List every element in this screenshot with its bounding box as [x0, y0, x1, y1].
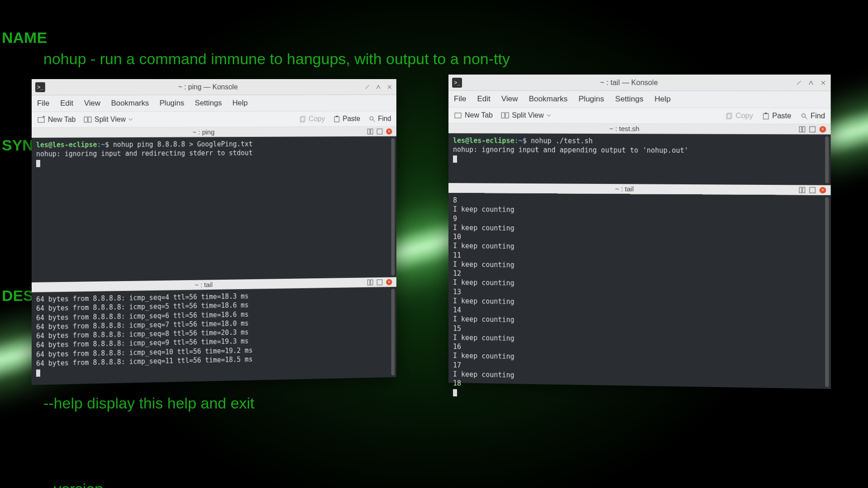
new-tab-button[interactable]: New Tab: [454, 111, 493, 119]
man-name-heading: NAME: [2, 29, 47, 46]
split-view-button[interactable]: Split View: [501, 111, 551, 119]
pane-header-testsh: ~ : test.sh ×: [448, 123, 831, 135]
window-title: ~ : tail — Konsole: [466, 79, 795, 87]
menu-file[interactable]: File: [454, 94, 466, 103]
svg-rect-25: [799, 187, 802, 192]
minimize-button[interactable]: [364, 83, 371, 90]
svg-rect-16: [505, 113, 509, 118]
new-tab-label: New Tab: [48, 116, 76, 124]
man-name-text: nohup - run a command immune to hangups,…: [2, 48, 866, 70]
layout-icon[interactable]: [367, 279, 373, 286]
terminal-pane-tail[interactable]: 64 bytes from 8.8.8.8: icmp_seq=4 ttl=56…: [32, 287, 396, 385]
svg-point-21: [802, 113, 805, 117]
menu-plugins[interactable]: Plugins: [160, 99, 184, 108]
split-view-icon: [84, 116, 92, 124]
cursor: [453, 155, 457, 163]
toolbar: New Tab Split View Copy Paste Find: [448, 108, 831, 124]
find-label: Find: [811, 112, 825, 120]
expand-icon[interactable]: [809, 126, 816, 132]
find-button[interactable]: Find: [801, 112, 825, 120]
menubar: File Edit View Bookmarks Plugins Setting…: [448, 91, 831, 108]
cursor: [453, 389, 457, 396]
expand-icon[interactable]: [377, 128, 382, 135]
new-tab-label: New Tab: [465, 111, 493, 119]
menu-plugins[interactable]: Plugins: [579, 94, 604, 103]
find-label: Find: [378, 115, 392, 123]
close-button[interactable]: [820, 79, 827, 86]
pane-label: ~ : tail: [453, 184, 799, 194]
command-text: nohup ping 8.8.8.8 > GooglePing.txt: [113, 140, 253, 149]
konsole-window-left[interactable]: >_ ~ : ping — Konsole File Edit View Boo…: [32, 79, 396, 385]
menu-bookmarks[interactable]: Bookmarks: [111, 99, 149, 108]
scrollbar[interactable]: [825, 197, 829, 387]
scrollbar[interactable]: [825, 136, 829, 183]
copy-label: Copy: [309, 115, 325, 123]
menu-settings[interactable]: Settings: [615, 94, 644, 103]
layout-icon[interactable]: [799, 126, 806, 132]
copy-button[interactable]: Copy: [726, 112, 753, 120]
prompt-user: les@les-eclipse: [453, 136, 514, 145]
menu-view[interactable]: View: [84, 99, 100, 108]
konsole-window-right[interactable]: >_ ~ : tail — Konsole File Edit View Boo…: [448, 75, 831, 389]
menu-edit[interactable]: Edit: [60, 99, 73, 108]
titlebar[interactable]: >_ ~ : tail — Konsole: [448, 75, 831, 91]
prompt-path: ~: [101, 141, 105, 149]
paste-label: Paste: [343, 115, 360, 123]
menu-settings[interactable]: Settings: [195, 99, 222, 108]
svg-rect-15: [501, 113, 505, 118]
svg-rect-5: [335, 117, 340, 122]
svg-point-7: [370, 116, 373, 120]
find-button[interactable]: Find: [369, 115, 391, 123]
prompt-path: ~: [519, 137, 523, 145]
svg-rect-8: [368, 129, 370, 134]
terminal-pane-testsh[interactable]: les@les-eclipse:~$ nohup ./test.sh nohup…: [448, 133, 831, 185]
copy-icon: [726, 113, 733, 119]
expand-icon[interactable]: [809, 187, 816, 193]
search-icon: [801, 113, 808, 119]
close-pane-button[interactable]: ×: [386, 279, 392, 285]
split-view-button[interactable]: Split View: [84, 115, 133, 123]
new-tab-icon: [37, 116, 45, 124]
svg-rect-12: [371, 280, 373, 285]
menu-help[interactable]: Help: [232, 99, 248, 108]
svg-rect-2: [88, 117, 91, 122]
copy-button[interactable]: Copy: [300, 115, 325, 123]
close-pane-button[interactable]: ×: [820, 126, 826, 132]
maximize-button[interactable]: [807, 79, 815, 86]
close-button[interactable]: [386, 83, 393, 90]
svg-rect-22: [799, 127, 802, 132]
svg-rect-14: [455, 113, 461, 118]
scrollbar[interactable]: [391, 289, 395, 375]
layout-icon[interactable]: [367, 128, 373, 135]
menu-bookmarks[interactable]: Bookmarks: [529, 94, 568, 103]
menu-help[interactable]: Help: [655, 94, 671, 103]
paste-button[interactable]: Paste: [334, 115, 360, 123]
app-icon: >_: [35, 82, 45, 92]
terminal-pane-tail[interactable]: 8I keep counting9I keep counting10I keep…: [448, 193, 831, 389]
maximize-button[interactable]: [375, 83, 382, 90]
expand-icon[interactable]: [377, 279, 382, 285]
new-tab-icon: [454, 111, 462, 119]
terminal-pane-ping[interactable]: les@les-eclipse:~$ nohup ping 8.8.8.8 > …: [32, 136, 396, 282]
paste-button[interactable]: Paste: [762, 112, 791, 120]
copy-label: Copy: [736, 112, 753, 120]
command-output: nohup: ignoring input and appending outp…: [453, 145, 826, 156]
split-view-icon: [501, 111, 509, 119]
menu-edit[interactable]: Edit: [477, 94, 490, 103]
close-pane-button[interactable]: ×: [386, 128, 392, 135]
svg-rect-20: [764, 113, 767, 114]
split-view-label: Split View: [94, 115, 126, 123]
titlebar[interactable]: >_ ~ : ping — Konsole: [32, 79, 396, 95]
svg-rect-19: [763, 113, 768, 119]
scrollbar[interactable]: [391, 138, 395, 276]
new-tab-button[interactable]: New Tab: [37, 116, 75, 124]
menu-view[interactable]: View: [501, 94, 518, 103]
search-icon: [369, 116, 375, 122]
svg-rect-23: [802, 127, 805, 132]
command-text: nohup ./test.sh: [531, 137, 593, 145]
close-pane-button[interactable]: ×: [820, 187, 826, 193]
layout-icon[interactable]: [799, 187, 806, 193]
menu-file[interactable]: File: [37, 99, 49, 108]
command-output: nohup: ignoring input and redirecting st…: [36, 148, 392, 159]
minimize-button[interactable]: [795, 79, 803, 86]
